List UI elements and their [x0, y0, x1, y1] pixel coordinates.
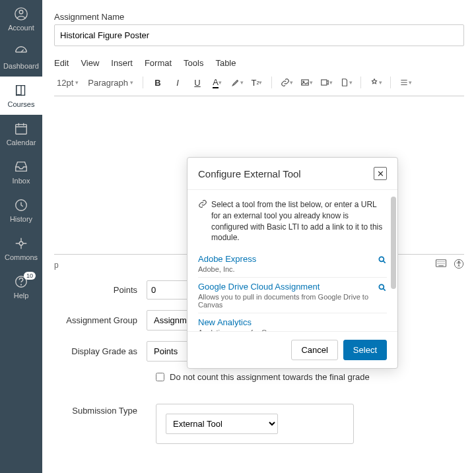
modal-title: Configure External Tool — [198, 168, 301, 179]
close-icon: ✕ — [377, 169, 384, 179]
tool-link-adobe-express[interactable]: Adobe Express — [198, 254, 256, 264]
tool-desc: Adobe, Inc. — [198, 265, 387, 273]
search-icon[interactable] — [378, 255, 387, 267]
svg-point-13 — [379, 257, 384, 262]
select-button[interactable]: Select — [343, 340, 387, 360]
configure-external-tool-modal: Configure External Tool ✕ Select a tool … — [187, 157, 398, 369]
tool-desc: Allows you to pull in documents from Goo… — [198, 293, 387, 309]
modal-overlay: Configure External Tool ✕ Select a tool … — [0, 0, 476, 473]
svg-point-14 — [379, 285, 384, 290]
scrollbar[interactable] — [391, 197, 396, 289]
tool-item: Google Drive Cloud Assignment Allows you… — [198, 278, 387, 313]
modal-description: Select a tool from the list below, or en… — [211, 199, 387, 243]
tool-link-new-analytics[interactable]: New Analytics — [198, 317, 252, 327]
tool-item: New Analytics Analytics pages for Canvas — [198, 313, 387, 332]
cancel-button[interactable]: Cancel — [291, 340, 337, 360]
link-icon — [198, 199, 207, 243]
tool-link-google-drive[interactable]: Google Drive Cloud Assignment — [198, 282, 320, 292]
close-button[interactable]: ✕ — [374, 167, 387, 180]
search-icon[interactable] — [378, 283, 387, 294]
tool-desc: Analytics pages for Canvas — [198, 329, 387, 332]
tool-item: Adobe Express Adobe, Inc. — [198, 250, 387, 278]
